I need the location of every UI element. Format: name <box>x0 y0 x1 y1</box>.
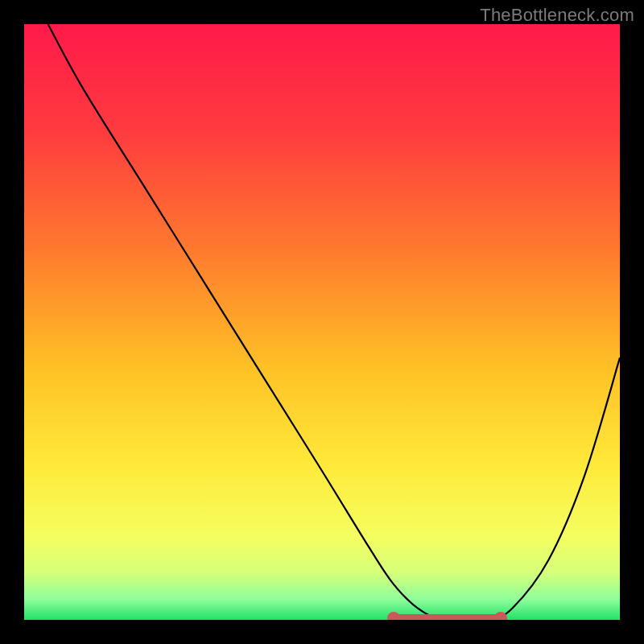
chart-frame: TheBottleneck.com <box>0 0 644 644</box>
optimal-start-dot <box>387 612 400 620</box>
optimal-band-bar <box>394 614 501 620</box>
heat-gradient <box>24 24 620 620</box>
watermark-text: TheBottleneck.com <box>480 5 634 26</box>
plot-area <box>24 24 620 620</box>
optimal-end-dot <box>494 612 507 620</box>
